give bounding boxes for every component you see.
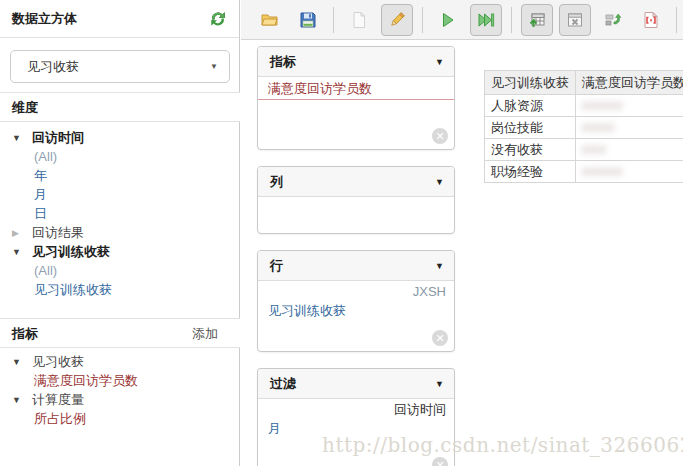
table-header-measure: 满意度回访学员数	[576, 71, 683, 95]
measures-panel-title: 指标	[270, 54, 296, 69]
hide-parents-icon[interactable]	[559, 4, 591, 36]
filter-panel-header[interactable]: 过滤 ▼	[258, 369, 454, 399]
dimension-tree: ▼ 回访时间 (All) 年 月 日 ▶ 回访结果 ▼ 见习训练收获	[0, 128, 240, 299]
columns-drop-panel: 列 ▼	[257, 166, 455, 234]
mdx-icon[interactable]	[635, 4, 667, 36]
tree-item-jianxixunlian[interactable]: ▼ 见习训练收获	[0, 242, 240, 261]
result-table: 见习训练收获 满意度回访学员数 人脉资源 ##### 岗位技能 #### 没有收…	[484, 70, 683, 183]
chevron-expanded-icon[interactable]: ▼	[12, 357, 32, 367]
table-row: 岗位技能 ####	[485, 117, 683, 139]
toolbar-separator	[676, 7, 677, 33]
dropped-measure-item[interactable]: 满意度回访学员数	[258, 77, 454, 100]
dropped-filter-item[interactable]: 月	[258, 417, 454, 440]
table-row: 职场经验 #####	[485, 161, 683, 183]
tree-item-jianxixunlian-level[interactable]: 见习训练收获	[0, 280, 240, 299]
table-row: 没有收获 ###	[485, 139, 683, 161]
refresh-icon[interactable]	[209, 10, 227, 28]
rows-panel-header[interactable]: 行 ▼	[258, 251, 454, 281]
row-label: 岗位技能	[485, 117, 576, 139]
toggle-fields-icon[interactable]	[521, 4, 553, 36]
row-label: 人脉资源	[485, 95, 576, 117]
chevron-expanded-icon[interactable]: ▼	[12, 247, 32, 257]
dropped-dimension-item[interactable]: 见习训练收获	[258, 299, 454, 322]
add-measure-button[interactable]: 添加	[192, 319, 218, 349]
chevron-down-icon: ▼	[435, 167, 444, 197]
run-query-icon[interactable]	[432, 4, 464, 36]
save-icon[interactable]	[292, 4, 324, 36]
open-folder-icon[interactable]	[254, 4, 286, 36]
toolbar-separator	[511, 7, 512, 33]
query-workspace: 指标 ▼ 满意度回访学员数 ✕ 列 ▼ 行 ▼ JXSH 见习训练收获	[241, 40, 683, 466]
measures-drop-panel: 指标 ▼ 满意度回访学员数 ✕	[257, 46, 455, 150]
rows-hierarchy-tag: JXSH	[258, 281, 454, 299]
tree-item-huifangshijian[interactable]: ▼ 回访时间	[0, 128, 240, 147]
filter-drop-panel: 过滤 ▼ 回访时间 月 ✕	[257, 368, 455, 466]
row-label: 职场经验	[485, 161, 576, 183]
filter-panel-title: 过滤	[270, 376, 296, 391]
chevron-down-icon: ▼	[435, 369, 444, 399]
tree-item-manyidu-measure[interactable]: 满意度回访学员数	[0, 371, 240, 390]
dimensions-section-header: 维度	[0, 92, 240, 122]
table-header-dimension: 见习训练收获	[485, 71, 576, 95]
columns-panel-header[interactable]: 列 ▼	[258, 167, 454, 197]
chevron-expanded-icon[interactable]: ▼	[12, 133, 32, 143]
table-row: 人脉资源 #####	[485, 95, 683, 117]
tree-item-all-1[interactable]: (All)	[0, 147, 240, 166]
tree-item-jianxishouhuo[interactable]: ▼ 见习收获	[0, 352, 240, 371]
chevron-down-icon: ▼	[435, 47, 444, 77]
rows-drop-panel: 行 ▼ JXSH 见习训练收获 ✕	[257, 250, 455, 352]
chevron-down-icon: ▼	[210, 51, 218, 82]
tree-item-day[interactable]: 日	[0, 204, 240, 223]
measures-panel-header[interactable]: 指标 ▼	[258, 47, 454, 77]
edit-icon[interactable]	[381, 4, 413, 36]
tree-item-year[interactable]: 年	[0, 166, 240, 185]
clear-axis-icon[interactable]: ✕	[432, 330, 448, 346]
filter-hierarchy-tag: 回访时间	[258, 399, 454, 417]
cube-select-value: 见习收获	[27, 59, 79, 74]
tree-item-month[interactable]: 月	[0, 185, 240, 204]
blurred-value: #####	[582, 98, 623, 113]
blurred-value: #####	[582, 164, 623, 179]
measures-label: 指标	[12, 326, 38, 341]
sidebar-title: 数据立方体	[0, 0, 239, 38]
auto-run-icon[interactable]	[470, 4, 502, 36]
measure-tree: ▼ 见习收获 满意度回访学员数 ▼ 计算度量 所占比例	[0, 352, 240, 428]
columns-panel-title: 列	[270, 174, 283, 189]
toolbar-separator	[422, 7, 423, 33]
swap-axis-icon[interactable]	[597, 4, 629, 36]
tree-item-jisuanduliang[interactable]: ▼ 计算度量	[0, 390, 240, 409]
tree-item-huifangjieguo[interactable]: ▶ 回访结果	[0, 223, 240, 242]
tree-item-all-2[interactable]: (All)	[0, 261, 240, 280]
dimensions-label: 维度	[12, 100, 38, 115]
cube-select[interactable]: 见习收获 ▼	[10, 50, 230, 83]
columns-drop-zone[interactable]	[258, 197, 454, 233]
measures-section-header: 指标 添加	[0, 318, 240, 348]
toolbar-separator	[333, 7, 334, 33]
blurred-value: ###	[582, 142, 607, 157]
olap-analysis-app: 数据立方体 见习收获 ▼ 维度 ▼ 回访时间 (All) 年	[0, 0, 683, 466]
sidebar: 数据立方体 见习收获 ▼ 维度 ▼ 回访时间 (All) 年	[0, 0, 240, 466]
tree-item-suozhanbili-measure[interactable]: 所占比例	[0, 409, 240, 428]
clear-axis-icon[interactable]: ✕	[432, 457, 448, 466]
toolbar	[241, 0, 683, 40]
row-label: 没有收获	[485, 139, 576, 161]
blurred-value: ####	[582, 120, 615, 135]
clear-axis-icon[interactable]: ✕	[432, 128, 448, 144]
rows-panel-title: 行	[270, 258, 283, 273]
new-query-icon[interactable]	[343, 4, 375, 36]
chevron-collapsed-icon[interactable]: ▶	[12, 228, 32, 238]
chevron-expanded-icon[interactable]: ▼	[12, 395, 32, 405]
chevron-down-icon: ▼	[435, 251, 444, 281]
